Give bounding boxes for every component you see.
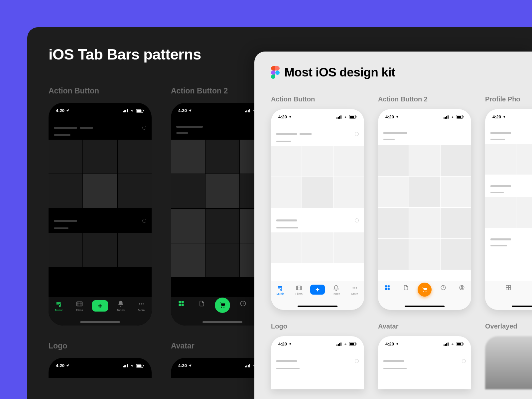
cart-icon (421, 286, 428, 293)
svg-rect-78 (448, 342, 449, 346)
tab-tones[interactable]: Tones (110, 300, 131, 312)
home-indicator (80, 321, 120, 323)
svg-point-47 (352, 287, 353, 288)
svg-point-63 (461, 286, 463, 288)
section-label: Action Button (271, 95, 364, 103)
tab-films[interactable]: Films (290, 285, 308, 296)
status-time: 4:20 (492, 114, 501, 119)
status-time: 4:20 (178, 363, 187, 368)
svg-rect-20 (179, 304, 181, 306)
tab-action[interactable] (90, 300, 110, 312)
action-button[interactable] (92, 300, 108, 312)
section-label: Action Button 2 (378, 95, 471, 103)
home-indicator (202, 321, 242, 323)
tab-clock[interactable] (434, 285, 453, 291)
light-panel-title: Most iOS design kit (284, 66, 395, 79)
status-time: 4:20 (178, 108, 187, 113)
phone-mockup-light: 4:20 Music (271, 109, 364, 310)
tab-label: Music (55, 309, 63, 312)
tab-profile[interactable] (453, 285, 471, 291)
status-bar: 4:20 (49, 358, 152, 370)
location-icon (395, 115, 399, 119)
wifi-icon (450, 115, 455, 119)
section-action-button-light: Action Button 4:20 (271, 95, 364, 310)
tab-file[interactable] (397, 285, 415, 291)
file-icon (403, 285, 409, 291)
file-icon (199, 300, 205, 307)
tab-action-cart[interactable] (415, 285, 434, 297)
bell-icon (117, 300, 124, 308)
location-icon (66, 109, 69, 112)
tab-grid[interactable] (485, 285, 532, 291)
status-bar: 4:20 (271, 336, 364, 348)
svg-point-9 (141, 303, 142, 305)
action-button-circle[interactable] (215, 298, 230, 313)
status-bar: 4:20 (378, 109, 471, 121)
status-time: 4:20 (278, 341, 287, 346)
tab-action-cart[interactable] (212, 300, 233, 313)
svg-rect-21 (182, 304, 184, 306)
location-icon (188, 109, 192, 112)
svg-rect-57 (385, 285, 387, 287)
svg-rect-45 (356, 116, 356, 118)
home-indicator (405, 306, 445, 307)
section-logo-light: Logo 4:20 (271, 323, 364, 389)
tab-music[interactable]: Music (49, 300, 69, 312)
status-time: 4:20 (278, 114, 287, 119)
svg-rect-77 (446, 343, 447, 346)
home-indicator (298, 306, 337, 307)
svg-point-8 (139, 303, 140, 305)
svg-rect-34 (248, 365, 249, 367)
section-label: Action Button (49, 86, 152, 95)
phone-mockup-light: 4:20 (271, 336, 364, 389)
battery-icon (457, 342, 464, 346)
status-bar: 4:20 (49, 103, 152, 115)
svg-point-48 (354, 287, 355, 288)
music-icon (55, 300, 63, 308)
tab-action[interactable] (308, 285, 327, 295)
clock-icon (240, 300, 246, 307)
svg-rect-66 (506, 288, 508, 290)
wifi-icon (130, 364, 135, 367)
tab-bar (378, 281, 471, 310)
section-avatar-light: Avatar 4:20 (378, 323, 471, 389)
tab-clock[interactable] (233, 300, 253, 307)
svg-rect-65 (509, 285, 511, 287)
svg-rect-56 (463, 116, 464, 118)
svg-rect-14 (249, 109, 250, 112)
tab-music[interactable]: Music (271, 285, 290, 296)
tab-films[interactable]: Films (69, 300, 90, 312)
wifi-icon (343, 115, 348, 119)
tab-grid[interactable] (378, 285, 397, 291)
svg-rect-73 (350, 343, 354, 345)
tab-label: More (351, 292, 358, 296)
tab-tones[interactable]: Tones (327, 285, 345, 296)
grid-icon (384, 285, 390, 291)
films-icon (296, 285, 302, 291)
phone-mockup-dark: 4:20 (49, 358, 152, 378)
tab-more[interactable]: More (131, 300, 152, 312)
svg-rect-11 (245, 111, 246, 112)
svg-rect-30 (137, 364, 141, 367)
status-time: 4:20 (56, 363, 65, 368)
grid-icon (178, 300, 185, 307)
tab-file[interactable] (192, 300, 212, 307)
svg-rect-26 (124, 365, 125, 367)
svg-rect-44 (350, 116, 354, 118)
tab-more[interactable]: More (345, 285, 364, 296)
svg-rect-19 (182, 301, 184, 304)
bell-icon (333, 285, 339, 291)
home-indicator (512, 306, 532, 307)
battery-icon (349, 115, 357, 119)
tab-bar (485, 281, 532, 310)
phone-mockup-light: 4:20 (485, 109, 532, 310)
svg-rect-55 (457, 116, 461, 118)
svg-rect-28 (127, 364, 128, 367)
tab-label: Tones (117, 309, 125, 312)
section-action-button-2-light: Action Button 2 4:20 (378, 95, 471, 310)
tab-grid[interactable] (171, 300, 192, 307)
signal-icon (444, 115, 449, 119)
action-button[interactable] (310, 285, 325, 295)
action-button-circle[interactable] (418, 283, 432, 297)
phone-mockup-overlayed (485, 336, 532, 389)
